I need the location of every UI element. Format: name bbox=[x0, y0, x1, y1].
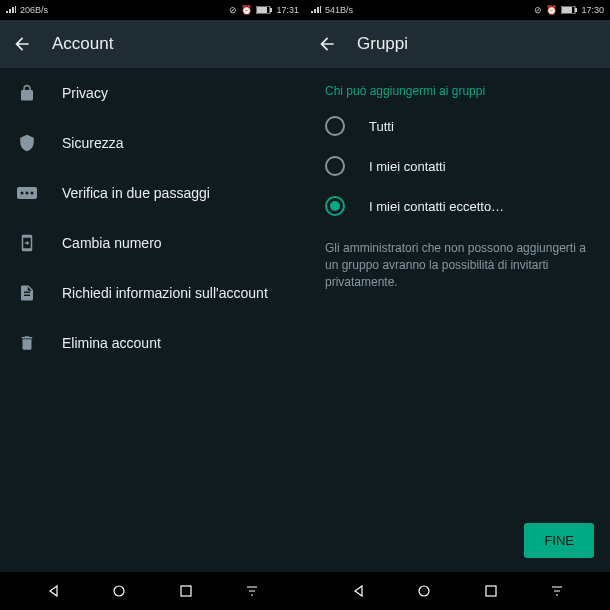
nav-home[interactable] bbox=[110, 582, 128, 600]
signal-icon bbox=[311, 6, 321, 14]
app-bar: Account bbox=[0, 20, 305, 68]
svg-point-6 bbox=[31, 192, 34, 195]
status-bar: 541B/s ⊘ ⏰ 17:30 bbox=[305, 0, 610, 20]
svg-point-12 bbox=[419, 586, 429, 596]
nav-recent[interactable] bbox=[482, 582, 500, 600]
clock-time: 17:31 bbox=[276, 5, 299, 15]
alarm-icon: ⏰ bbox=[546, 5, 557, 15]
menu-label: Cambia numero bbox=[62, 235, 162, 251]
shield-icon bbox=[16, 132, 38, 154]
svg-rect-8 bbox=[181, 586, 191, 596]
menu-request-info[interactable]: Richiedi informazioni sull'account bbox=[0, 268, 305, 318]
phone-left: 206B/s ⊘ ⏰ 17:31 Account Privacy bbox=[0, 0, 305, 610]
helper-text: Gli amministratori che non possono aggiu… bbox=[305, 226, 610, 304]
page-title: Gruppi bbox=[357, 34, 408, 54]
svg-point-5 bbox=[26, 192, 29, 195]
nav-home[interactable] bbox=[415, 582, 433, 600]
nav-recent[interactable] bbox=[177, 582, 195, 600]
menu-label: Privacy bbox=[62, 85, 108, 101]
lock-icon bbox=[16, 82, 38, 104]
section-header: Chi può aggiungermi ai gruppi bbox=[305, 68, 610, 106]
nav-back[interactable] bbox=[44, 582, 62, 600]
nav-back[interactable] bbox=[349, 582, 367, 600]
page-title: Account bbox=[52, 34, 113, 54]
radio-label: I miei contatti bbox=[369, 159, 446, 174]
radio-option-contacts-except[interactable]: I miei contatti eccetto… bbox=[305, 186, 610, 226]
radio-label: Tutti bbox=[369, 119, 394, 134]
menu-security[interactable]: Sicurezza bbox=[0, 118, 305, 168]
svg-rect-11 bbox=[562, 7, 572, 13]
menu-two-step[interactable]: Verifica in due passaggi bbox=[0, 168, 305, 218]
radio-option-contacts[interactable]: I miei contatti bbox=[305, 146, 610, 186]
menu-label: Richiedi informazioni sull'account bbox=[62, 285, 268, 301]
svg-rect-13 bbox=[486, 586, 496, 596]
menu-label: Elimina account bbox=[62, 335, 161, 351]
svg-point-4 bbox=[21, 192, 24, 195]
trash-icon bbox=[16, 332, 38, 354]
radio-icon-selected bbox=[325, 196, 345, 216]
back-button[interactable] bbox=[317, 34, 337, 54]
nav-menu[interactable] bbox=[548, 582, 566, 600]
menu-change-number[interactable]: Cambia numero bbox=[0, 218, 305, 268]
account-menu: Privacy Sicurezza Verifica in due passag… bbox=[0, 68, 305, 572]
dnd-icon: ⊘ bbox=[534, 5, 542, 15]
back-button[interactable] bbox=[12, 34, 32, 54]
menu-delete-account[interactable]: Elimina account bbox=[0, 318, 305, 368]
phone-right: 541B/s ⊘ ⏰ 17:30 Gruppi Chi può aggiunge… bbox=[305, 0, 610, 610]
dots-icon bbox=[16, 182, 38, 204]
dnd-icon: ⊘ bbox=[229, 5, 237, 15]
groups-settings: Chi può aggiungermi ai gruppi Tutti I mi… bbox=[305, 68, 610, 572]
done-button[interactable]: FINE bbox=[524, 523, 594, 558]
alarm-icon: ⏰ bbox=[241, 5, 252, 15]
nav-bar bbox=[0, 572, 305, 610]
svg-rect-2 bbox=[257, 7, 267, 13]
nav-menu[interactable] bbox=[243, 582, 261, 600]
svg-point-7 bbox=[114, 586, 124, 596]
data-speed: 541B/s bbox=[325, 5, 353, 15]
status-bar: 206B/s ⊘ ⏰ 17:31 bbox=[0, 0, 305, 20]
radio-label: I miei contatti eccetto… bbox=[369, 199, 504, 214]
clock-time: 17:30 bbox=[581, 5, 604, 15]
document-icon bbox=[16, 282, 38, 304]
radio-icon bbox=[325, 156, 345, 176]
battery-icon bbox=[256, 6, 272, 14]
menu-label: Sicurezza bbox=[62, 135, 123, 151]
signal-icon bbox=[6, 6, 16, 14]
svg-rect-1 bbox=[270, 8, 272, 12]
app-bar: Gruppi bbox=[305, 20, 610, 68]
menu-privacy[interactable]: Privacy bbox=[0, 68, 305, 118]
menu-label: Verifica in due passaggi bbox=[62, 185, 210, 201]
svg-rect-10 bbox=[575, 8, 577, 12]
radio-option-everyone[interactable]: Tutti bbox=[305, 106, 610, 146]
radio-icon bbox=[325, 116, 345, 136]
nav-bar bbox=[305, 572, 610, 610]
data-speed: 206B/s bbox=[20, 5, 48, 15]
battery-icon bbox=[561, 6, 577, 14]
phone-swap-icon bbox=[16, 232, 38, 254]
